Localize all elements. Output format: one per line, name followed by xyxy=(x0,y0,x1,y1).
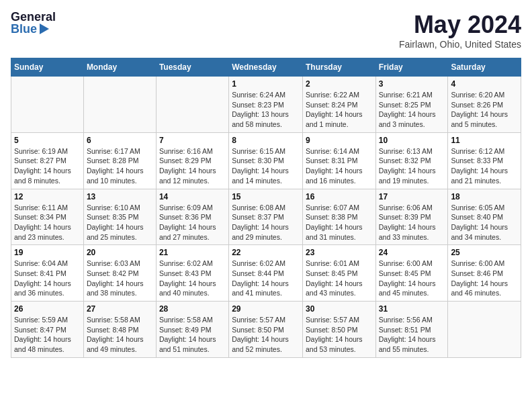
day-info: Sunrise: 6:19 AMSunset: 8:27 PMDaylight:… xyxy=(14,146,81,186)
table-row: 16Sunrise: 6:07 AMSunset: 8:38 PMDayligh… xyxy=(302,189,375,245)
calendar-location: Fairlawn, Ohio, United States xyxy=(399,39,521,50)
day-info: Sunrise: 6:02 AMSunset: 8:44 PMDaylight:… xyxy=(232,259,300,298)
calendar-title: May 2024 xyxy=(399,11,521,39)
day-info: Sunrise: 5:59 AMSunset: 8:47 PMDaylight:… xyxy=(14,315,81,355)
day-number: 15 xyxy=(232,192,300,201)
day-info: Sunrise: 6:00 AMSunset: 8:46 PMDaylight:… xyxy=(451,259,518,298)
day-info: Sunrise: 5:57 AMSunset: 8:50 PMDaylight:… xyxy=(232,315,300,355)
day-number: 4 xyxy=(451,79,518,89)
col-monday: Monday xyxy=(83,58,156,77)
table-row: 21Sunrise: 6:02 AMSunset: 8:43 PMDayligh… xyxy=(156,245,228,302)
day-number: 17 xyxy=(379,192,445,201)
day-number: 28 xyxy=(159,304,226,314)
day-info: Sunrise: 6:15 AMSunset: 8:30 PMDaylight:… xyxy=(232,146,300,186)
table-row: 4Sunrise: 6:20 AMSunset: 8:26 PMDaylight… xyxy=(448,77,521,133)
table-row: 19Sunrise: 6:04 AMSunset: 8:41 PMDayligh… xyxy=(11,245,84,302)
day-info: Sunrise: 6:16 AMSunset: 8:29 PMDaylight:… xyxy=(159,146,226,186)
table-row xyxy=(11,77,84,133)
table-row: 10Sunrise: 6:13 AMSunset: 8:32 PMDayligh… xyxy=(375,132,448,189)
day-number: 11 xyxy=(451,136,518,145)
day-number: 6 xyxy=(87,136,153,145)
day-info: Sunrise: 6:05 AMSunset: 8:40 PMDaylight:… xyxy=(451,203,518,242)
table-row: 15Sunrise: 6:08 AMSunset: 8:37 PMDayligh… xyxy=(229,189,303,245)
day-info: Sunrise: 6:03 AMSunset: 8:42 PMDaylight:… xyxy=(87,259,153,298)
table-row xyxy=(83,77,156,133)
table-row: 22Sunrise: 6:02 AMSunset: 8:44 PMDayligh… xyxy=(229,245,303,302)
table-row: 17Sunrise: 6:06 AMSunset: 8:39 PMDayligh… xyxy=(375,189,448,245)
table-row: 28Sunrise: 5:58 AMSunset: 8:49 PMDayligh… xyxy=(156,302,228,358)
day-info: Sunrise: 6:10 AMSunset: 8:35 PMDaylight:… xyxy=(87,203,153,242)
day-info: Sunrise: 6:11 AMSunset: 8:34 PMDaylight:… xyxy=(14,203,81,242)
table-row: 26Sunrise: 5:59 AMSunset: 8:47 PMDayligh… xyxy=(11,302,84,358)
table-row: 24Sunrise: 6:00 AMSunset: 8:45 PMDayligh… xyxy=(375,245,448,302)
calendar-table: Sunday Monday Tuesday Wednesday Thursday… xyxy=(11,58,521,358)
day-number: 26 xyxy=(14,304,81,314)
day-info: Sunrise: 6:14 AMSunset: 8:31 PMDaylight:… xyxy=(306,146,373,186)
table-row: 12Sunrise: 6:11 AMSunset: 8:34 PMDayligh… xyxy=(11,189,84,245)
calendar-week-row: 1Sunrise: 6:24 AMSunset: 8:23 PMDaylight… xyxy=(11,77,521,133)
table-row: 5Sunrise: 6:19 AMSunset: 8:27 PMDaylight… xyxy=(11,132,84,189)
day-number: 9 xyxy=(306,136,373,145)
table-row: 14Sunrise: 6:09 AMSunset: 8:36 PMDayligh… xyxy=(156,189,228,245)
day-number: 12 xyxy=(14,192,81,201)
day-number: 14 xyxy=(159,192,226,201)
table-row: 20Sunrise: 6:03 AMSunset: 8:42 PMDayligh… xyxy=(83,245,156,302)
day-number: 30 xyxy=(306,304,373,314)
day-number: 20 xyxy=(87,248,153,257)
day-info: Sunrise: 6:21 AMSunset: 8:25 PMDaylight:… xyxy=(379,90,445,130)
table-row: 3Sunrise: 6:21 AMSunset: 8:25 PMDaylight… xyxy=(375,77,448,133)
day-number: 2 xyxy=(306,79,373,89)
calendar-week-row: 26Sunrise: 5:59 AMSunset: 8:47 PMDayligh… xyxy=(11,302,521,358)
table-row: 6Sunrise: 6:17 AMSunset: 8:28 PMDaylight… xyxy=(83,132,156,189)
day-number: 3 xyxy=(379,79,445,89)
table-row: 1Sunrise: 6:24 AMSunset: 8:23 PMDaylight… xyxy=(229,77,303,133)
day-number: 27 xyxy=(87,304,153,314)
day-number: 8 xyxy=(232,136,300,145)
day-info: Sunrise: 6:20 AMSunset: 8:26 PMDaylight:… xyxy=(451,90,518,130)
day-info: Sunrise: 6:07 AMSunset: 8:38 PMDaylight:… xyxy=(306,203,373,242)
logo-general: General xyxy=(11,11,56,23)
day-number: 1 xyxy=(232,79,300,89)
table-row: 11Sunrise: 6:12 AMSunset: 8:33 PMDayligh… xyxy=(448,132,521,189)
day-number: 18 xyxy=(451,192,518,201)
day-info: Sunrise: 6:09 AMSunset: 8:36 PMDaylight:… xyxy=(159,203,226,242)
table-row xyxy=(156,77,228,133)
day-info: Sunrise: 6:08 AMSunset: 8:37 PMDaylight:… xyxy=(232,203,300,242)
table-row: 18Sunrise: 6:05 AMSunset: 8:40 PMDayligh… xyxy=(448,189,521,245)
col-saturday: Saturday xyxy=(448,58,521,77)
day-number: 5 xyxy=(14,136,81,145)
day-info: Sunrise: 5:57 AMSunset: 8:50 PMDaylight:… xyxy=(306,315,373,355)
calendar-header-row: Sunday Monday Tuesday Wednesday Thursday… xyxy=(11,58,521,77)
col-sunday: Sunday xyxy=(11,58,84,77)
day-number: 16 xyxy=(306,192,373,201)
day-info: Sunrise: 5:58 AMSunset: 8:49 PMDaylight:… xyxy=(159,315,226,355)
col-tuesday: Tuesday xyxy=(156,58,228,77)
day-number: 13 xyxy=(87,192,153,201)
day-info: Sunrise: 6:06 AMSunset: 8:39 PMDaylight:… xyxy=(379,203,445,242)
day-info: Sunrise: 6:13 AMSunset: 8:32 PMDaylight:… xyxy=(379,146,445,186)
day-number: 25 xyxy=(451,248,518,257)
table-row: 25Sunrise: 6:00 AMSunset: 8:46 PMDayligh… xyxy=(448,245,521,302)
day-info: Sunrise: 6:04 AMSunset: 8:41 PMDaylight:… xyxy=(14,259,81,298)
table-row: 7Sunrise: 6:16 AMSunset: 8:29 PMDaylight… xyxy=(156,132,228,189)
calendar-week-row: 12Sunrise: 6:11 AMSunset: 8:34 PMDayligh… xyxy=(11,189,521,245)
table-row: 9Sunrise: 6:14 AMSunset: 8:31 PMDaylight… xyxy=(302,132,375,189)
day-info: Sunrise: 6:00 AMSunset: 8:45 PMDaylight:… xyxy=(379,259,445,298)
day-number: 23 xyxy=(306,248,373,257)
title-block: May 2024 Fairlawn, Ohio, United States xyxy=(399,11,521,50)
logo-arrow-icon xyxy=(40,24,49,34)
table-row: 8Sunrise: 6:15 AMSunset: 8:30 PMDaylight… xyxy=(229,132,303,189)
col-wednesday: Wednesday xyxy=(229,58,303,77)
table-row xyxy=(448,302,521,358)
day-number: 31 xyxy=(379,304,445,314)
day-info: Sunrise: 6:01 AMSunset: 8:45 PMDaylight:… xyxy=(306,259,373,298)
calendar-week-row: 5Sunrise: 6:19 AMSunset: 8:27 PMDaylight… xyxy=(11,132,521,189)
calendar-week-row: 19Sunrise: 6:04 AMSunset: 8:41 PMDayligh… xyxy=(11,245,521,302)
day-info: Sunrise: 6:12 AMSunset: 8:33 PMDaylight:… xyxy=(451,146,518,186)
day-info: Sunrise: 6:24 AMSunset: 8:23 PMDaylight:… xyxy=(232,90,300,130)
table-row: 31Sunrise: 5:56 AMSunset: 8:51 PMDayligh… xyxy=(375,302,448,358)
day-number: 7 xyxy=(159,136,226,145)
day-number: 10 xyxy=(379,136,445,145)
day-info: Sunrise: 6:22 AMSunset: 8:24 PMDaylight:… xyxy=(306,90,373,130)
logo-blue: Blue xyxy=(11,23,37,35)
